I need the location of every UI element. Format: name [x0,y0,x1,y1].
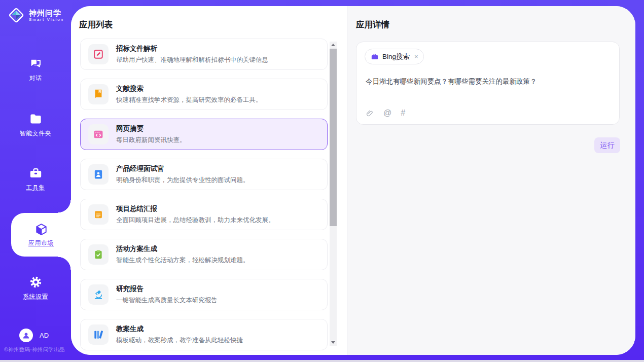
app-card-description: 智能生成个性化活动方案，轻松解决规划难题。 [116,256,249,265]
person-icon [21,331,31,340]
app-card-title: 网页摘要 [116,124,186,133]
brand-logo: 神州问学 Smart Vision [0,6,71,24]
briefcase-icon [371,53,379,61]
app-card-title: 研究报告 [116,284,218,294]
sidebar-item-chat[interactable]: 对话 [0,57,71,83]
app-card-pm-interviewer[interactable]: 产品经理面试官 明确身份和职责，为您提供专业性的面试问题。 [80,159,328,190]
bid-analysis-icon [88,44,109,64]
cube-icon [34,223,48,236]
project-report-icon [88,204,109,225]
main-container: 应用列表 招标文件解析 帮助用户快速、准确地理解和解析招标书中的关键信息 [71,6,635,355]
triangle-down-icon [331,341,335,344]
tool-chip-label: Bing搜索 [382,52,410,61]
composer-card[interactable]: Bing搜索 × 今日湖北有哪些新闻要点？有哪些需要关注的最新政策？ @ # [356,42,620,125]
sidebar: 神州问学 Smart Vision 对话 智能文件夹 工具集 应用市场 [0,0,71,362]
toolbox-icon [29,166,43,180]
app-card-title: 招标文件解析 [116,44,268,53]
app-card-description: 模板驱动，教案秒成，教学准备从此轻松快捷 [116,336,243,345]
app-list-scrollbar[interactable] [330,42,337,346]
sidebar-item-app-market[interactable]: 应用市场 [11,213,71,257]
app-detail-title: 应用详情 [356,19,620,29]
app-card-description: 每日政府新闻资讯快查。 [116,136,186,144]
window-bottom-strip [0,360,644,362]
app-card-research-report[interactable]: 研究报告 一键智能生成高质量长文本研究报告 [80,279,328,310]
scrollbar-thumb[interactable] [330,49,337,226]
run-button[interactable]: 运行 [594,137,620,153]
scrollbar-down-button[interactable] [330,339,337,346]
sidebar-item-label: 工具集 [26,184,45,192]
app-card-bid-analysis[interactable]: 招标文件解析 帮助用户快速、准确地理解和解析招标书中的关键信息 [80,39,328,70]
tool-chip-bing-search[interactable]: Bing搜索 × [365,49,424,64]
sidebar-item-settings[interactable]: 系统设置 [0,275,71,301]
mention-icon[interactable]: @ [383,108,391,118]
research-report-icon [88,284,109,305]
composer-toolbar: @ # [366,108,405,118]
lesson-plan-icon [88,324,109,345]
app-card-description: 一键智能生成高质量长文本研究报告 [116,296,218,305]
pm-interviewer-icon [88,164,109,185]
app-card-literature-search[interactable]: 文献搜索 快速精准查找学术资源，提高研究效率的必备工具。 [80,79,328,110]
user-name: AD [40,332,49,339]
app-card-lesson-plan[interactable]: 教案生成 模板驱动，教案秒成，教学准备从此轻松快捷 [80,319,328,350]
app-detail-panel: 应用详情 Bing搜索 × 今日湖北有哪些新闻要点？有哪些需要关注的最新政策？ … [347,6,635,355]
app-card-title: 活动方案生成 [116,244,249,254]
app-card-description: 全面回顾项目进展，总结经验教训，助力未来优化发展。 [116,216,275,225]
literature-search-icon [88,84,109,104]
app-card-title: 教案生成 [116,324,243,334]
sidebar-item-label: 应用市场 [28,239,54,247]
app-card-title: 产品经理面试官 [116,164,249,173]
sidebar-item-label: 对话 [29,74,42,83]
app-card-title: 项目总结汇报 [116,204,275,213]
app-list-title: 应用列表 [71,19,347,29]
app-card-web-summary[interactable]: 网页摘要 每日政府新闻资讯快查。 [80,119,328,150]
chip-close-icon[interactable]: × [414,53,418,60]
app-card-description: 明确身份和职责，为您提供专业性的面试问题。 [116,176,249,185]
query-input[interactable]: 今日湖北有哪些新闻要点？有哪些需要关注的最新政策？ [366,77,610,86]
sidebar-item-smart-folder[interactable]: 智能文件夹 [0,112,71,138]
app-list-panel: 应用列表 招标文件解析 帮助用户快速、准确地理解和解析招标书中的关键信息 [71,6,347,355]
folder-icon [29,112,43,126]
sidebar-item-toolset[interactable]: 工具集 [0,166,71,192]
brand-name: 神州问学 [29,9,64,17]
app-card-project-report[interactable]: 项目总结汇报 全面回顾项目进展，总结经验教训，助力未来优化发展。 [80,199,328,230]
sidebar-item-label: 智能文件夹 [20,129,52,138]
app-card-description: 帮助用户快速、准确地理解和解析招标书中的关键信息 [116,56,268,64]
app-card-event-plan[interactable]: 活动方案生成 智能生成个性化活动方案，轻松解决规划难题。 [80,239,328,270]
web-summary-icon [88,124,109,144]
brand-subtitle: Smart Vision [29,17,64,22]
diamond-logo-icon [7,6,25,24]
event-plan-icon [88,244,109,265]
copyright-footer: ©神州数码·神州问学出品 [4,346,71,353]
app-list: 招标文件解析 帮助用户快速、准确地理解和解析招标书中的关键信息 文献搜索 快速精… [80,39,328,350]
app-card-title: 文献搜索 [116,84,262,93]
user-account[interactable]: AD [19,329,49,342]
scrollbar-up-button[interactable] [330,42,337,48]
avatar [19,329,33,342]
hash-icon[interactable]: # [401,108,405,118]
chat-icon [29,57,43,70]
sidebar-item-label: 系统设置 [23,293,48,301]
gear-icon [29,275,43,289]
attachment-icon[interactable] [366,109,374,118]
app-card-description: 快速精准查找学术资源，提高研究效率的必备工具。 [116,96,262,104]
triangle-up-icon [331,44,335,46]
